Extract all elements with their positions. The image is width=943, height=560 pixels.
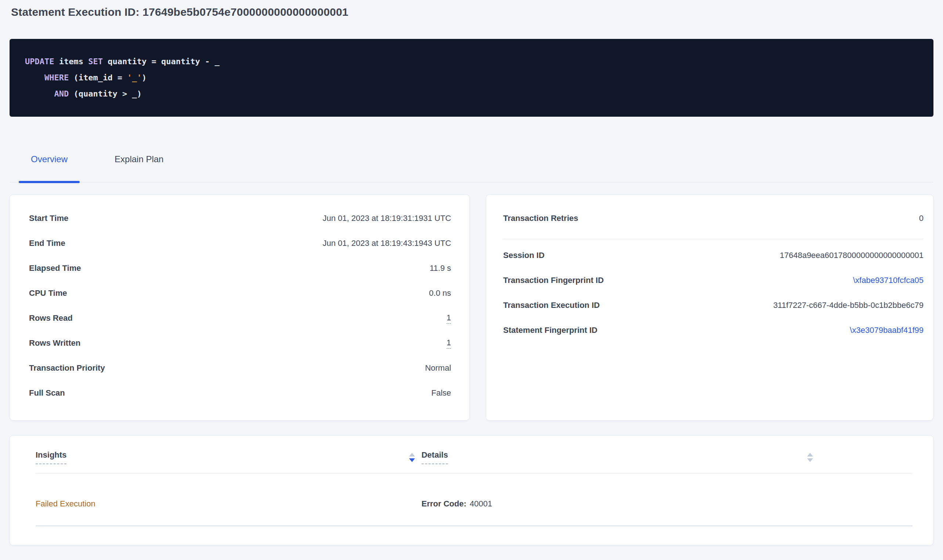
page-title: Statement Execution ID: 17649be5b0754e70… xyxy=(11,6,934,18)
sql-token-plain: ) xyxy=(142,73,146,82)
sql-token-str: '_' xyxy=(127,73,142,82)
kv-value: Normal xyxy=(425,363,451,373)
kv-row-cpu-time: CPU Time0.0 ns xyxy=(29,281,451,306)
sql-statement-box: UPDATE items SET quantity = quantity - _… xyxy=(9,39,934,117)
sql-token-plain: quantity = quantity - _ xyxy=(103,57,220,66)
kv-label: CPU Time xyxy=(29,288,67,298)
kv-value-link[interactable]: \xfabe93710fcfca05 xyxy=(853,275,923,285)
tab-explain-plan[interactable]: Explain Plan xyxy=(102,149,176,182)
sql-token-kw: WHERE xyxy=(45,73,69,82)
card-divider xyxy=(503,239,923,239)
sort-desc-triangle-icon xyxy=(807,458,813,462)
sql-line: UPDATE items SET quantity = quantity - _ xyxy=(25,54,919,70)
sort-arrows-icon[interactable] xyxy=(807,453,813,462)
sql-token-plain: items xyxy=(54,57,88,66)
kv-label: Elapsed Time xyxy=(29,263,81,273)
insight-type-cell: Failed Execution xyxy=(35,499,96,509)
kv-row-elapsed-time: Elapsed Time11.9 s xyxy=(29,256,451,281)
kv-label: Transaction Priority xyxy=(29,363,105,373)
kv-value: Jun 01, 2023 at 18:19:43:1943 UTC xyxy=(322,238,451,248)
kv-label: Full Scan xyxy=(29,388,65,398)
kv-row-full-scan: Full ScanFalse xyxy=(29,380,451,406)
sql-statement: UPDATE items SET quantity = quantity - _… xyxy=(25,54,919,102)
kv-label: Transaction Fingerprint ID xyxy=(503,275,604,285)
kv-value: Jun 01, 2023 at 18:19:31:1931 UTC xyxy=(322,214,451,223)
tab-bar: OverviewExplain Plan xyxy=(9,149,934,182)
column-label: Insights xyxy=(35,450,66,464)
insights-table-header: InsightsDetails xyxy=(35,450,912,473)
sql-token-plain: (item_id = xyxy=(69,73,127,82)
sql-token-kw: AND xyxy=(54,89,69,98)
kv-row-rows-read: Rows Read1 xyxy=(29,306,451,331)
kv-label: Rows Written xyxy=(29,338,80,348)
kv-value: 311f7227-c667-4dde-b5bb-0c1b2bbe6c79 xyxy=(774,300,923,310)
sql-token-kw: SET xyxy=(88,57,103,66)
kv-row-transaction-priority: Transaction PriorityNormal xyxy=(29,355,451,380)
insights-table-card: InsightsDetails Failed Execution Error C… xyxy=(9,435,934,545)
tab-overview[interactable]: Overview xyxy=(19,149,80,182)
sort-arrows-icon[interactable] xyxy=(409,453,415,462)
overview-card: Start TimeJun 01, 2023 at 18:19:31:1931 … xyxy=(9,194,470,420)
statement-execution-page: Statement Execution ID: 17649be5b0754e70… xyxy=(0,0,943,545)
kv-value: 0.0 ns xyxy=(429,288,451,298)
sort-asc-triangle-icon xyxy=(807,453,813,457)
detail-cards: Start TimeJun 01, 2023 at 18:19:31:1931 … xyxy=(9,194,934,420)
column-label: Details xyxy=(422,450,448,464)
kv-value: 1 xyxy=(447,313,451,324)
kv-value-link[interactable]: \x3e3079baabf41f99 xyxy=(850,326,923,335)
kv-value: False xyxy=(431,388,451,398)
transaction-rows: Session ID17648a9eea60178000000000000000… xyxy=(503,243,923,343)
sql-line: AND (quantity > _) xyxy=(25,86,919,102)
error-code-label: Error Code: xyxy=(422,499,466,508)
overview-rows: Start TimeJun 01, 2023 at 18:19:31:1931 … xyxy=(29,206,451,406)
sort-asc-triangle-icon xyxy=(409,453,415,457)
column-header-insights[interactable]: Insights xyxy=(35,450,422,464)
sql-token-plain xyxy=(25,89,54,98)
transaction-retries-value: 0 xyxy=(919,214,923,223)
kv-row-rows-written: Rows Written1 xyxy=(29,331,451,355)
kv-row-start-time: Start TimeJun 01, 2023 at 18:19:31:1931 … xyxy=(29,206,451,231)
sql-token-plain xyxy=(25,73,45,82)
transaction-card: Transaction Retries 0 Session ID17648a9e… xyxy=(486,194,934,420)
kv-label: Statement Fingerprint ID xyxy=(503,326,598,335)
sql-token-kw: UPDATE xyxy=(25,57,54,66)
kv-row-end-time: End TimeJun 01, 2023 at 18:19:43:1943 UT… xyxy=(29,231,451,256)
transaction-retries-label: Transaction Retries xyxy=(503,214,578,223)
kv-row-transaction-fingerprint-id: Transaction Fingerprint ID\xfabe93710fcf… xyxy=(503,268,923,293)
kv-label: End Time xyxy=(29,238,65,248)
kv-row-transaction-execution-id: Transaction Execution ID311f7227-c667-4d… xyxy=(503,293,923,318)
kv-value: 17648a9eea6017800000000000000001 xyxy=(780,251,923,260)
column-header-details[interactable]: Details xyxy=(422,450,820,464)
kv-label: Session ID xyxy=(503,251,544,260)
kv-value: 1 xyxy=(447,338,451,349)
kv-label: Transaction Execution ID xyxy=(503,300,599,310)
transaction-retries-row: Transaction Retries 0 xyxy=(503,206,923,231)
insights-table-row: Failed Execution Error Code:40001 xyxy=(35,473,912,526)
kv-value: 11.9 s xyxy=(430,263,451,273)
error-code-value: 40001 xyxy=(470,499,492,508)
kv-label: Start Time xyxy=(29,214,68,223)
kv-row-statement-fingerprint-id: Statement Fingerprint ID\x3e3079baabf41f… xyxy=(503,318,923,343)
sql-line: WHERE (item_id = '_') xyxy=(25,70,919,86)
kv-label: Rows Read xyxy=(29,313,73,323)
kv-row-session-id: Session ID17648a9eea60178000000000000000… xyxy=(503,243,923,268)
sort-desc-triangle-icon xyxy=(409,458,415,462)
sql-token-plain: (quantity > _) xyxy=(69,89,142,98)
